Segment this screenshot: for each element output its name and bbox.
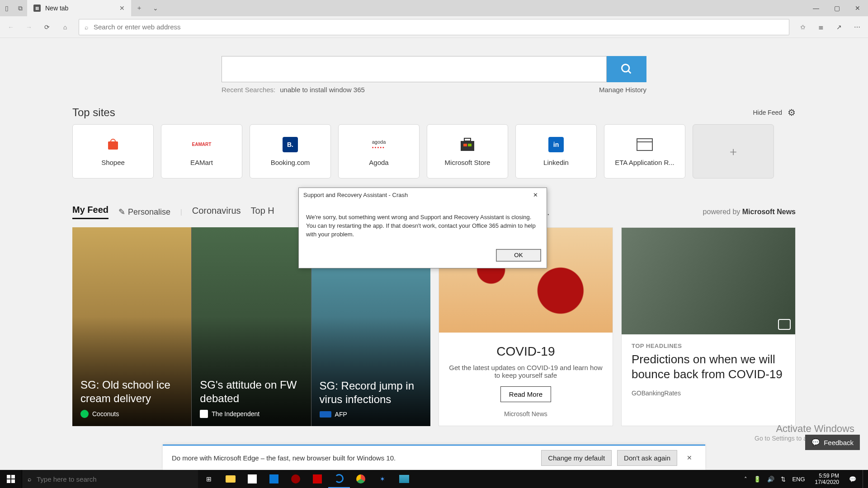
svg-rect-9 (7, 475, 10, 479)
wifi-icon[interactable]: ⇅ (781, 476, 786, 483)
shopee-icon (103, 137, 123, 152)
tab-title: New tab (45, 5, 68, 12)
favorites-button[interactable]: ✩ (795, 19, 811, 35)
feed-tab-top[interactable]: Top H (251, 206, 274, 219)
eamart-icon: EAMART (192, 137, 212, 152)
browser-tab[interactable]: ▦ New tab ✕ (27, 0, 131, 16)
tile-add[interactable]: ＋ (693, 124, 774, 178)
address-bar[interactable]: ⌕ (79, 19, 789, 35)
edge-promo-bar: Do more with Microsoft Edge – the fast, … (163, 445, 705, 470)
taskbar-search-input[interactable] (36, 475, 193, 483)
activate-line1: Activate Windows (755, 423, 854, 435)
tile-booking[interactable]: B. Booking.com (250, 124, 331, 178)
taskbar-app-store[interactable] (241, 470, 263, 488)
tray-chevron-icon[interactable]: ˄ (744, 476, 747, 483)
taskbar-app-red[interactable] (285, 470, 307, 488)
nav-home-button[interactable]: ⌂ (57, 19, 73, 35)
battery-icon[interactable]: 🔋 (754, 476, 761, 483)
top-sites-header: Top sites Hide Feed ⚙ (72, 106, 796, 119)
gear-icon[interactable]: ⚙ (788, 107, 796, 118)
tab-dropdown-icon[interactable]: ⌄ (147, 0, 164, 16)
tile-eamart[interactable]: EAMART EAMart (161, 124, 242, 178)
change-default-button[interactable]: Change my default (541, 450, 612, 466)
address-input[interactable] (93, 23, 783, 31)
manage-history-link[interactable]: Manage History (599, 86, 646, 94)
recent-query[interactable]: unable to install window 365 (280, 86, 365, 94)
dont-ask-button[interactable]: Don't ask again (617, 450, 677, 466)
source-icon (80, 410, 89, 418)
carousel-slide[interactable]: SG: Old school ice cream delivery Coconu… (72, 227, 192, 426)
titlebar-left: ▯ ⧉ (0, 0, 27, 16)
feed-tab-myfeed[interactable]: My Feed (72, 205, 108, 219)
svg-rect-6 (468, 144, 472, 146)
volume-icon[interactable]: 🔊 (767, 476, 774, 483)
promo-message: Do more with Microsoft Edge – the fast, … (172, 454, 536, 462)
powered-by-label: powered by (703, 208, 742, 216)
personalise-link[interactable]: ✎ Personalise (118, 207, 170, 217)
window-close-button[interactable]: ✕ (847, 0, 868, 16)
language-indicator[interactable]: ENG (792, 476, 805, 483)
feed-tab-coronavirus[interactable]: Coronavirus (192, 206, 241, 219)
taskbar-app-explorer[interactable] (220, 470, 241, 488)
tab-actions-icon[interactable]: ▯ (0, 5, 14, 12)
clock-date: 17/4/2020 (815, 479, 839, 485)
taskbar-app-gear[interactable]: ✶ (372, 470, 393, 488)
read-more-button[interactable]: Read More (500, 386, 551, 402)
taskbar-clock[interactable]: 5:59 PM 17/4/2020 (811, 473, 843, 486)
taskbar-app-photos[interactable] (393, 470, 415, 488)
nav-back-button[interactable]: ← (3, 19, 19, 35)
taskbar-app-mixed[interactable] (263, 470, 285, 488)
promo-close-icon[interactable]: ✕ (683, 454, 696, 461)
taskbar-app-chrome[interactable] (350, 470, 372, 488)
tile-linkedin[interactable]: in Linkedin (515, 124, 597, 178)
page-search (222, 56, 646, 82)
nav-refresh-button[interactable]: ⟳ (39, 19, 55, 35)
page-search-input[interactable] (222, 56, 607, 82)
task-view-button[interactable]: ⊞ (198, 470, 220, 488)
tile-agoda[interactable]: agoda••••• Agoda (338, 124, 420, 178)
page-search-button[interactable] (607, 56, 646, 82)
powered-by-brand: Microsoft News (742, 208, 796, 216)
camera-icon (778, 319, 791, 330)
tile-msstore[interactable]: Microsoft Store (427, 124, 508, 178)
set-aside-icon[interactable]: ⧉ (14, 5, 27, 12)
taskbar-search[interactable]: ⌕ (22, 470, 198, 488)
dialog-close-icon[interactable]: ✕ (528, 192, 542, 198)
tile-label: Microsoft Store (445, 159, 491, 166)
covid-title: COVID-19 (449, 343, 603, 359)
covid-subtitle: Get the latest updates on COVID-19 and l… (449, 364, 603, 379)
tile-shopee[interactable]: Shopee (72, 124, 154, 178)
nav-forward-button[interactable]: → (21, 19, 37, 35)
taskbar-app-edge[interactable] (328, 470, 350, 488)
hide-feed-link[interactable]: Hide Feed (753, 109, 782, 116)
dialog-titlebar: Support and Recovery Assistant - Crash ✕ (299, 188, 547, 202)
feedback-button[interactable]: 💬 Feedback (805, 435, 860, 450)
show-desktop-button[interactable] (863, 470, 865, 488)
top-sites-tiles: Shopee EAMART EAMart B. Booking.com agod… (72, 124, 796, 178)
tile-eta[interactable]: ETA Application R... (604, 124, 685, 178)
share-button[interactable]: ↗ (831, 19, 847, 35)
svg-rect-11 (7, 479, 10, 483)
window-maximize-button[interactable]: ▢ (826, 0, 847, 16)
slide-source: Coconuts (92, 410, 119, 418)
more-button[interactable]: ⋯ (849, 19, 865, 35)
new-tab-button[interactable]: ＋ (131, 0, 147, 16)
window-minimize-button[interactable]: — (806, 0, 826, 16)
dialog-ok-button[interactable]: OK (496, 249, 541, 262)
reading-list-button[interactable]: ≣ (813, 19, 829, 35)
taskbar-app-msi[interactable] (307, 470, 328, 488)
svg-point-0 (622, 65, 629, 72)
start-button[interactable] (0, 470, 22, 488)
svg-rect-5 (463, 144, 467, 146)
headlines-title: Predictions on when we will bounce back … (632, 352, 785, 381)
headlines-provider: GOBankingRates (632, 389, 785, 397)
tile-label: EAMart (190, 159, 213, 166)
msstore-icon (458, 137, 477, 152)
tab-close-icon[interactable]: ✕ (119, 5, 125, 12)
headlines-card[interactable]: TOP HEADLINES Predictions on when we wil… (621, 227, 796, 426)
top-sites-title: Top sites (72, 106, 115, 119)
carousel-slide[interactable]: SG's attitude on FW debated The Independ… (192, 227, 311, 426)
agoda-icon: agoda••••• (369, 137, 389, 152)
headlines-kicker: TOP HEADLINES (632, 343, 785, 349)
notifications-icon[interactable]: 💬 (849, 476, 856, 483)
